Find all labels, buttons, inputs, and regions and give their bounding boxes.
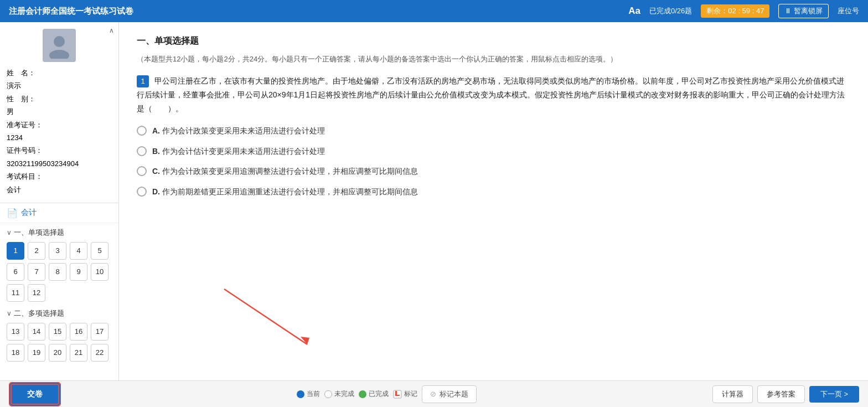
section-heading: 一、单项选择题 <box>137 35 850 47</box>
main-layout: ∧ 姓 名：演示 性 别：男 准考证号：1234 证件号码：3203211995… <box>0 22 868 380</box>
section-2-title: ∨ 二、多项选择题 <box>7 308 112 318</box>
legend-flagged: 标记 <box>393 389 417 399</box>
option-b[interactable]: B.作为会计估计变更采用未来适用法进行会计处理 <box>137 145 850 157</box>
svg-point-1 <box>49 50 69 59</box>
question-number-badge: 1 <box>137 75 149 87</box>
q-btn-4[interactable]: 4 <box>70 242 87 260</box>
footer-left: 交卷 <box>9 382 61 406</box>
q-btn-19[interactable]: 19 <box>28 344 45 362</box>
section-2: ∨ 二、多项选择题 13 14 15 16 17 18 19 20 21 22 <box>7 308 112 362</box>
svg-rect-4 <box>394 390 401 398</box>
font-size-icon[interactable]: Aa <box>628 6 640 17</box>
q-btn-2[interactable]: 2 <box>28 242 45 260</box>
id-row: 准考证号：1234 <box>7 119 112 145</box>
option-a[interactable]: A.作为会计政策变更采用未来适用法进行会计处理 <box>137 125 850 137</box>
section-1: ∨ 一、单项选择题 1 2 3 4 5 6 7 8 9 10 11 <box>7 228 112 302</box>
question-nav: ∨ 一、单项选择题 1 2 3 4 5 6 7 8 9 10 11 <box>0 223 118 373</box>
svg-point-0 <box>54 36 65 47</box>
footer-center: 当前 未完成 已完成 标记 ⊘ 标记本题 <box>297 385 477 403</box>
calculator-button[interactable]: 计算器 <box>712 385 753 403</box>
q-btn-11[interactable]: 11 <box>7 284 24 302</box>
q-btn-14[interactable]: 14 <box>28 323 45 341</box>
header: 注册会计师全国统一考试练习试卷 Aa 已完成0/26题 剩余：02 : 59 :… <box>0 0 868 22</box>
submit-wrapper: 交卷 <box>9 382 61 406</box>
svg-marker-3 <box>301 337 309 344</box>
q-btn-7[interactable]: 7 <box>28 263 45 281</box>
collapse-arrow-2[interactable]: ∨ <box>7 310 12 317</box>
q-btn-18[interactable]: 18 <box>7 344 24 362</box>
avatar <box>43 29 76 62</box>
annotation-arrow <box>208 284 329 350</box>
q-btn-21[interactable]: 21 <box>70 344 87 362</box>
timer-display: 剩余：02 : 59 : 47 <box>701 4 769 18</box>
content-area: 一、单项选择题 （本题型共12小题，每小题2分，共24分。每小题只有一个正确答案… <box>119 22 868 380</box>
q-btn-8[interactable]: 8 <box>49 263 66 281</box>
radio-a[interactable] <box>137 126 147 136</box>
footer: 交卷 当前 未完成 已完成 标记 ⊘ <box>0 380 868 407</box>
legend-dot-uncompleted <box>324 390 332 398</box>
gender-row: 性 别：男 <box>7 92 112 119</box>
mark-button[interactable]: ⊘ 标记本题 <box>422 385 477 403</box>
radio-c[interactable] <box>137 166 147 176</box>
header-right: Aa 已完成0/26题 剩余：02 : 59 : 47 ⏸ 暂离锁屏 座位号 <box>628 4 859 18</box>
q-btn-17[interactable]: 17 <box>91 323 108 341</box>
reference-answer-button[interactable]: 参考答案 <box>757 385 805 403</box>
q-btn-20[interactable]: 20 <box>49 344 66 362</box>
section-1-title: ∨ 一、单项选择题 <box>7 228 112 238</box>
subject-row: 考试科目：会计 <box>7 170 112 196</box>
option-d-label: D.作为前期差错更正采用追溯重述法进行会计处理，并相应调整可比期间信息 <box>152 186 418 198</box>
profile-section: ∧ 姓 名：演示 性 别：男 准考证号：1234 证件号码：3203211995… <box>0 22 118 203</box>
exam-title: 注册会计师全国统一考试练习试卷 <box>9 6 133 17</box>
submit-button[interactable]: 交卷 <box>11 384 59 405</box>
subject-label: 📄 会计 <box>0 203 118 223</box>
question-text: 甲公司注册在乙市，在该市有大量的投资性房地产。由于地处偏僻，乙市没有活跃的房地产… <box>137 76 845 113</box>
legend-current: 当前 <box>297 389 320 399</box>
q-btn-10[interactable]: 10 <box>91 263 108 281</box>
q-btn-16[interactable]: 16 <box>70 323 87 341</box>
avatar-icon <box>46 32 73 59</box>
legend-dot-current <box>297 390 304 398</box>
profile-collapse-button[interactable]: ∧ <box>109 27 114 34</box>
q-btn-6[interactable]: 6 <box>7 263 24 281</box>
pause-button[interactable]: ⏸ 暂离锁屏 <box>778 4 829 18</box>
name-row: 姓 名：演示 <box>7 66 112 92</box>
question-content: 1 甲公司注册在乙市，在该市有大量的投资性房地产。由于地处偏僻，乙市没有活跃的房… <box>137 74 850 116</box>
legend-uncompleted: 未完成 <box>324 389 354 399</box>
q-btn-13[interactable]: 13 <box>7 323 24 341</box>
q-btn-9[interactable]: 9 <box>70 263 87 281</box>
document-icon: 📄 <box>7 208 18 218</box>
mark-icon: ⊘ <box>430 390 436 398</box>
progress-text: 已完成0/26题 <box>649 6 692 16</box>
legend-flag-icon <box>393 390 402 399</box>
options-list: A.作为会计政策变更采用未来适用法进行会计处理 B.作为会计估计变更采用未来适用… <box>137 125 850 198</box>
svg-rect-6 <box>395 395 400 396</box>
section-2-grid: 13 14 15 16 17 18 19 20 21 22 <box>7 323 112 362</box>
q-btn-3[interactable]: 3 <box>49 242 66 260</box>
seat-label[interactable]: 座位号 <box>838 6 859 16</box>
footer-right: 计算器 参考答案 下一页 > <box>712 385 859 403</box>
q-btn-1[interactable]: 1 <box>7 242 24 260</box>
q-btn-5[interactable]: 5 <box>91 242 108 260</box>
option-d[interactable]: D.作为前期差错更正采用追溯重述法进行会计处理，并相应调整可比期间信息 <box>137 186 850 198</box>
q-btn-12[interactable]: 12 <box>28 284 45 302</box>
option-c-label: C.作为会计政策变更采用追溯调整法进行会计处理，并相应调整可比期间信息 <box>152 165 418 177</box>
cert-row: 证件号码：320321199503234904 <box>7 144 112 170</box>
next-page-button[interactable]: 下一页 > <box>809 386 859 403</box>
question-block-1: 1 甲公司注册在乙市，在该市有大量的投资性房地产。由于地处偏僻，乙市没有活跃的房… <box>137 74 850 198</box>
legend-completed: 已完成 <box>359 389 389 399</box>
q-btn-15[interactable]: 15 <box>49 323 66 341</box>
radio-b[interactable] <box>137 146 147 156</box>
svg-rect-5 <box>395 391 397 395</box>
section-1-grid: 1 2 3 4 5 6 7 8 9 10 11 12 <box>7 242 112 302</box>
collapse-arrow-1[interactable]: ∨ <box>7 229 12 236</box>
option-a-label: A.作为会计政策变更采用未来适用法进行会计处理 <box>152 125 325 137</box>
svg-line-2 <box>224 289 307 344</box>
legend-dot-completed <box>359 390 366 398</box>
option-c[interactable]: C.作为会计政策变更采用追溯调整法进行会计处理，并相应调整可比期间信息 <box>137 165 850 177</box>
q-btn-22[interactable]: 22 <box>91 344 108 362</box>
sidebar: ∧ 姓 名：演示 性 别：男 准考证号：1234 证件号码：3203211995… <box>0 22 119 380</box>
profile-info: 姓 名：演示 性 别：男 准考证号：1234 证件号码：320321199503… <box>7 66 112 196</box>
radio-d[interactable] <box>137 187 147 197</box>
section-description: （本题型共12小题，每小题2分，共24分。每小题只有一个正确答案，请从每小题的备… <box>137 54 850 65</box>
option-b-label: B.作为会计估计变更采用未来适用法进行会计处理 <box>152 145 325 157</box>
